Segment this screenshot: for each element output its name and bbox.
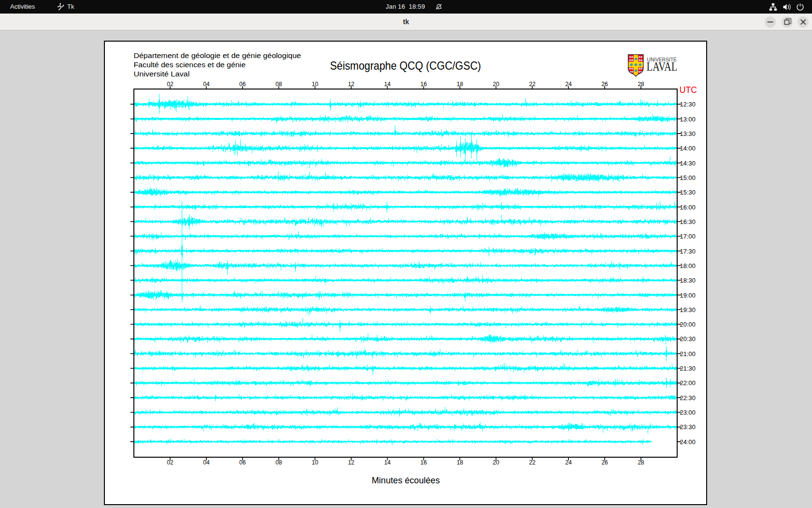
svg-text:24:00: 24:00 bbox=[680, 438, 696, 446]
svg-text:LAVAL: LAVAL bbox=[647, 60, 678, 74]
svg-text:16: 16 bbox=[420, 80, 427, 88]
svg-text:28: 28 bbox=[638, 80, 644, 88]
svg-text:23:00: 23:00 bbox=[680, 409, 696, 416]
svg-text:08: 08 bbox=[276, 459, 282, 466]
svg-text:19:30: 19:30 bbox=[680, 306, 696, 314]
svg-text:18: 18 bbox=[457, 459, 463, 466]
svg-text:14:00: 14:00 bbox=[680, 145, 696, 152]
svg-text:16: 16 bbox=[420, 459, 427, 466]
svg-text:28: 28 bbox=[638, 459, 644, 466]
svg-text:Département de géologie et de: Département de géologie et de génie géol… bbox=[133, 51, 301, 60]
svg-text:12:30: 12:30 bbox=[680, 101, 696, 108]
svg-text:18:00: 18:00 bbox=[680, 262, 696, 269]
svg-text:23:30: 23:30 bbox=[680, 423, 696, 431]
svg-text:22: 22 bbox=[529, 459, 536, 466]
svg-text:24: 24 bbox=[566, 80, 572, 88]
svg-text:20: 20 bbox=[493, 459, 499, 466]
svg-text:02: 02 bbox=[167, 459, 173, 466]
svg-text:21:30: 21:30 bbox=[680, 365, 696, 372]
svg-text:20: 20 bbox=[493, 80, 499, 88]
svg-text:13:00: 13:00 bbox=[680, 116, 696, 123]
svg-text:UTC: UTC bbox=[680, 85, 697, 95]
svg-text:22: 22 bbox=[529, 80, 536, 88]
svg-text:22:30: 22:30 bbox=[680, 394, 696, 402]
svg-text:Faculté des sciences et de gén: Faculté des sciences et de génie bbox=[133, 60, 246, 69]
svg-text:15:00: 15:00 bbox=[680, 174, 696, 181]
svg-text:18:30: 18:30 bbox=[680, 277, 696, 284]
svg-text:12: 12 bbox=[348, 80, 354, 88]
svg-text:12: 12 bbox=[348, 459, 354, 466]
svg-text:08: 08 bbox=[276, 80, 282, 88]
svg-text:13:30: 13:30 bbox=[680, 130, 696, 137]
svg-text:Minutes écoulées: Minutes écoulées bbox=[372, 475, 440, 485]
svg-text:18: 18 bbox=[457, 80, 463, 88]
svg-text:04: 04 bbox=[203, 459, 209, 466]
svg-text:14: 14 bbox=[384, 80, 391, 88]
svg-text:22:00: 22:00 bbox=[680, 379, 696, 387]
svg-text:06: 06 bbox=[239, 80, 246, 88]
svg-text:16:00: 16:00 bbox=[680, 204, 696, 211]
svg-text:02: 02 bbox=[167, 80, 173, 88]
svg-text:16:30: 16:30 bbox=[680, 218, 696, 225]
svg-text:10: 10 bbox=[312, 459, 318, 466]
svg-text:21:00: 21:00 bbox=[680, 350, 696, 358]
svg-text:Séismographe QCQ (CGC/GSC): Séismographe QCQ (CGC/GSC) bbox=[330, 59, 481, 72]
svg-text:Université Laval: Université Laval bbox=[133, 70, 189, 78]
svg-text:24: 24 bbox=[566, 459, 572, 466]
svg-text:17:00: 17:00 bbox=[680, 233, 696, 240]
svg-text:06: 06 bbox=[239, 459, 246, 466]
svg-text:14: 14 bbox=[384, 459, 391, 466]
svg-text:10: 10 bbox=[312, 80, 318, 88]
svg-text:26: 26 bbox=[601, 80, 608, 88]
svg-text:19:00: 19:00 bbox=[680, 292, 696, 299]
svg-text:14:30: 14:30 bbox=[680, 160, 696, 167]
svg-text:20:00: 20:00 bbox=[680, 321, 696, 328]
svg-text:04: 04 bbox=[203, 80, 209, 88]
svg-text:17:30: 17:30 bbox=[680, 248, 696, 255]
svg-text:26: 26 bbox=[601, 459, 608, 466]
svg-text:20:30: 20:30 bbox=[680, 335, 696, 343]
svg-text:15:30: 15:30 bbox=[680, 189, 696, 196]
